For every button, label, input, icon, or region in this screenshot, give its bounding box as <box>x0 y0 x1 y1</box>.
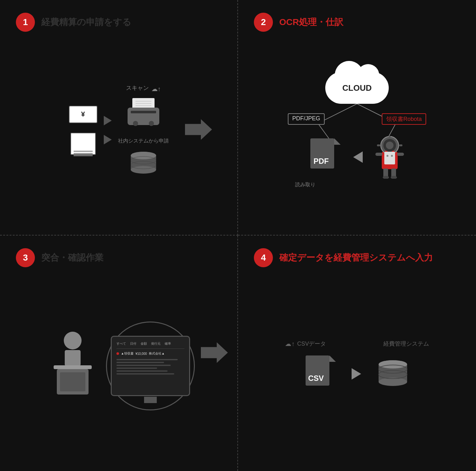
expense-system-label: 経費管理システム <box>383 340 429 348</box>
csv-data-label: CSVデータ <box>297 340 326 348</box>
person-podium <box>47 331 98 401</box>
quadrant-1: 1 経費精算の申請をする スキャン ☁↑ <box>0 0 238 236</box>
svg-rect-2 <box>131 111 156 113</box>
receipts-column <box>69 106 97 155</box>
svg-point-4 <box>149 121 154 126</box>
svg-rect-40 <box>375 153 382 156</box>
svg-rect-27 <box>389 136 391 139</box>
pdf-icon: PDF <box>310 138 340 175</box>
col-prob: 確率 <box>165 342 171 346</box>
person-at-podium <box>47 331 98 401</box>
screen-line-2 <box>116 362 164 363</box>
svg-rect-41 <box>397 153 404 156</box>
robota-tag: 領収書Robota <box>382 113 426 125</box>
scanner-icon <box>126 96 161 131</box>
col-amount: 金額 <box>141 342 147 346</box>
cloud-section: CLOUD PDF/JPEG 領収書Robota <box>254 72 460 188</box>
screen-lines <box>116 359 184 375</box>
table-divider <box>116 348 184 349</box>
big-arrow-q1 <box>185 119 212 141</box>
upload-icon: ☁↑ <box>151 85 161 93</box>
quadrant-2: 2 OCR処理・仕訳 CLOUD PDF/JPEG 領収書Robota <box>238 0 476 236</box>
receipt-card <box>69 106 97 123</box>
screen-monitor: すべて 日付 金額 発行元 確率 ▲領収書 ¥10,000 株式会社▲ <box>111 336 190 396</box>
lower-row: PDF <box>310 134 404 180</box>
step-3-content: すべて 日付 金額 発行元 確率 ▲領収書 ¥10,000 株式会社▲ <box>16 277 221 455</box>
svg-point-35 <box>391 155 393 157</box>
svg-marker-47 <box>201 342 228 363</box>
yomitori-label: 読み取り <box>295 182 315 188</box>
svg-point-3 <box>133 121 138 126</box>
svg-rect-33 <box>384 152 395 164</box>
step-2-badge: 2 <box>254 13 273 32</box>
cloud-label: CLOUD <box>342 83 372 93</box>
database-icon <box>129 151 158 176</box>
pdf-icon-container: PDF <box>310 138 340 176</box>
svg-rect-30 <box>399 144 402 146</box>
row-amount: ¥10,000 <box>136 352 147 355</box>
step-1-badge: 1 <box>16 13 35 32</box>
table-header: すべて 日付 金額 発行元 確率 <box>116 342 184 346</box>
system-label: 社内システムから申請 <box>118 138 169 144</box>
svg-marker-14 <box>185 119 212 140</box>
status-dot <box>116 352 119 355</box>
step-4-content: ☁↑ CSVデータ 経費管理システム CSV <box>254 277 460 455</box>
col-all: すべて <box>116 342 126 346</box>
svg-text:CSV: CSV <box>308 374 324 382</box>
scan-label-row: スキャン ☁↑ <box>126 84 161 93</box>
step-1-content: スキャン ☁↑ <box>16 41 221 219</box>
svg-rect-1 <box>128 108 159 125</box>
svg-rect-46 <box>60 372 85 391</box>
step-2-title: OCR処理・仕訳 <box>279 16 343 28</box>
svg-text:PDF: PDF <box>314 157 329 165</box>
cloud-shape: CLOUD <box>325 72 389 104</box>
arrow-to-q2 <box>185 119 212 140</box>
svg-rect-29 <box>377 144 380 146</box>
arrows-col <box>104 116 112 144</box>
svg-point-11 <box>131 152 156 159</box>
robot-icon <box>375 134 404 179</box>
arrow-right-q4 <box>352 368 361 380</box>
row-company: 株式会社▲ <box>149 351 165 356</box>
svg-rect-44 <box>54 365 92 369</box>
col-issuer: 発行元 <box>151 342 161 346</box>
arrow-right-2 <box>104 135 112 144</box>
step-2-header: 2 OCR処理・仕訳 <box>254 13 460 32</box>
center-col: スキャン ☁↑ <box>118 84 169 176</box>
big-arrow-q3 <box>201 342 228 364</box>
step-3-title: 突合・確認作業 <box>41 252 103 264</box>
step-1-title: 経費精算の申請をする <box>41 16 131 28</box>
csv-icon: CSV <box>306 355 336 392</box>
quadrant-4: 4 確定データを経費管理システムへ入力 ☁↑ CSVデータ 経費管理システム <box>238 236 476 471</box>
screen-line-5 <box>116 370 168 372</box>
step-3-header: 3 突合・確認作業 <box>16 248 221 267</box>
main-grid: 1 経費精算の申請をする スキャン ☁↑ <box>0 0 476 471</box>
row-type: ▲領収書 <box>121 351 134 356</box>
screen-line-6 <box>116 373 174 375</box>
col-date: 日付 <box>130 342 136 346</box>
scan-label: スキャン <box>126 84 149 92</box>
screen-line-3 <box>116 365 171 366</box>
svg-rect-43 <box>65 350 81 366</box>
arrow-to-q4 <box>201 342 228 363</box>
svg-point-10 <box>131 166 156 174</box>
svg-point-42 <box>64 332 82 349</box>
table-row-1: ▲領収書 ¥10,000 株式会社▲ <box>116 351 184 356</box>
step-4-title: 確定データを経費管理システムへ入力 <box>279 252 433 264</box>
arrow-right-1 <box>104 116 112 125</box>
arrow-left-icon <box>353 151 363 163</box>
screen-container: すべて 日付 金額 発行元 確率 ▲領収書 ¥10,000 株式会社▲ <box>111 336 190 396</box>
step-3-badge: 3 <box>16 248 35 267</box>
svg-point-26 <box>386 142 393 149</box>
receipt-paper <box>70 133 96 155</box>
step-1-header: 1 経費精算の申請をする <box>16 13 221 32</box>
step-4-badge: 4 <box>254 248 273 267</box>
step-2-content: CLOUD PDF/JPEG 領収書Robota <box>254 41 460 219</box>
svg-point-34 <box>387 155 388 157</box>
screen-line-4 <box>116 368 157 369</box>
step-4-header: 4 確定データを経費管理システムへ入力 <box>254 248 460 267</box>
connection-tags-row: PDF/JPEG 領収書Robota <box>288 113 426 125</box>
database-q4-icon <box>377 360 409 388</box>
svg-point-55 <box>379 360 407 368</box>
robot-container <box>375 134 404 180</box>
